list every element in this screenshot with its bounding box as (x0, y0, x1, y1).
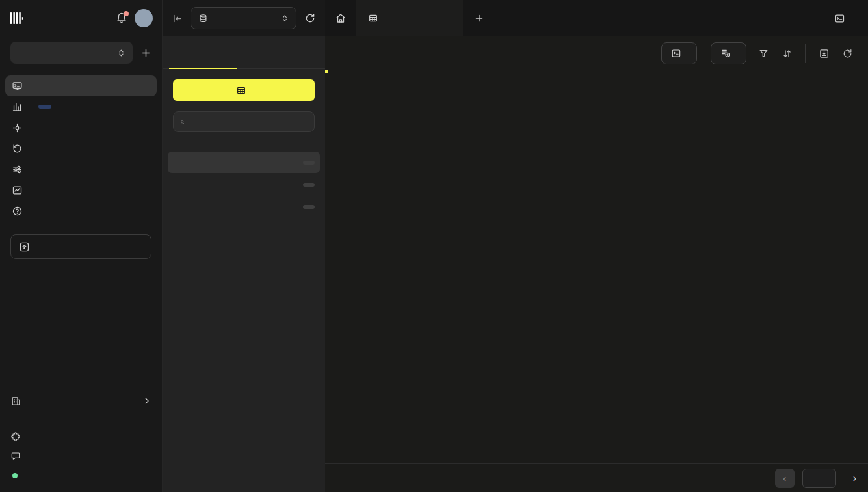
table-grid-icon (368, 13, 378, 23)
selection-region (325, 70, 326, 72)
building-icon (10, 396, 21, 407)
new-table-button[interactable] (173, 79, 315, 101)
refresh-tables-button[interactable] (304, 12, 316, 24)
table-list-item-stocks-stream[interactable] (168, 196, 320, 217)
table-grid-icon (236, 85, 246, 96)
spacer (495, 0, 834, 36)
sidebar-item-dashboards[interactable] (5, 96, 157, 117)
sidebar-item-sql-console[interactable] (5, 75, 157, 96)
active-cell-outline (325, 70, 328, 73)
table-type-badge (303, 205, 315, 209)
sidebar-item-chat-support[interactable] (0, 446, 162, 466)
home-icon (335, 12, 347, 24)
bar-chart-icon (12, 102, 23, 113)
table-type-badge (303, 161, 315, 165)
table-type-badge (303, 183, 315, 187)
download-icon (819, 48, 830, 59)
puzzle-icon (10, 431, 21, 442)
tab-tables[interactable] (163, 36, 244, 68)
main-area: ‹ › (325, 0, 868, 492)
divider (0, 420, 162, 420)
help-circle-icon (12, 206, 23, 217)
queries-button[interactable] (834, 13, 851, 24)
system-status[interactable] (0, 466, 162, 485)
search-input[interactable] (190, 116, 308, 127)
home-button[interactable] (325, 0, 356, 36)
terminal-icon (834, 13, 845, 24)
search-icon (180, 117, 185, 127)
terminal-icon (671, 48, 681, 59)
new-tab-button[interactable] (463, 0, 495, 36)
grid-toolbar (325, 36, 868, 70)
beta-badge (38, 105, 51, 109)
grid-footer: ‹ › (325, 463, 868, 492)
panel-tabs (163, 36, 325, 69)
tables-list (163, 152, 325, 218)
organization-label (0, 385, 162, 390)
app-window: ‹ › (0, 0, 868, 492)
resources-panel (163, 0, 325, 492)
chart-box-icon (12, 185, 23, 196)
insert-row-button[interactable] (711, 42, 746, 64)
clickhouse-logo-icon (10, 12, 23, 25)
plus-icon (474, 13, 484, 23)
spacer (0, 259, 162, 385)
sidebar-nav (0, 70, 162, 221)
sidebar-item-backups[interactable] (5, 138, 157, 159)
database-icon (198, 14, 208, 23)
chevron-right-icon (142, 396, 151, 405)
tab-cell-towers[interactable] (356, 0, 463, 36)
sidebar-header (0, 0, 162, 36)
refresh-icon (304, 12, 316, 24)
pagination: ‹ › (775, 469, 858, 488)
select-updown-icon (280, 14, 289, 23)
sidebar-item-integrations[interactable] (0, 427, 162, 446)
tab-queries[interactable] (244, 36, 325, 68)
insert-row-icon (720, 48, 731, 59)
workspace-selector[interactable] (10, 42, 133, 64)
divider (805, 44, 806, 63)
page-number-input[interactable] (802, 469, 836, 488)
signal-box-icon (19, 241, 30, 253)
filter-funnel-icon (758, 48, 769, 59)
create-query-button[interactable] (661, 42, 697, 64)
previous-page-button[interactable]: ‹ (775, 469, 795, 488)
connect-button[interactable] (10, 234, 151, 259)
sidebar-item-monitoring[interactable] (5, 180, 157, 200)
chat-bubble-icon (10, 451, 21, 461)
collapse-panel-button[interactable] (172, 13, 183, 24)
sort-arrows-icon (782, 48, 793, 59)
filter-button[interactable] (752, 42, 775, 64)
data-grid (325, 70, 868, 463)
sliders-icon (12, 164, 23, 175)
collapse-left-icon (172, 13, 183, 24)
restore-icon (12, 143, 23, 154)
sidebar (0, 0, 163, 492)
refresh-icon (842, 48, 853, 59)
sidebar-item-help[interactable] (5, 200, 157, 221)
main-tabbar (325, 0, 868, 36)
download-button[interactable] (812, 42, 835, 64)
status-dot-icon (12, 473, 18, 478)
table-list-item-cell-towers[interactable] (168, 152, 320, 173)
table-list-item-hackernews[interactable] (168, 174, 320, 195)
sort-button[interactable] (775, 42, 798, 64)
notifications-button[interactable] (114, 11, 129, 25)
sidebar-item-data-sources[interactable] (5, 117, 157, 138)
notification-dot (124, 11, 129, 16)
search-resources (173, 111, 315, 132)
refresh-grid-button[interactable] (835, 42, 859, 64)
database-selector[interactable] (191, 7, 296, 29)
divider (704, 44, 704, 63)
node-icon (12, 122, 23, 133)
sidebar-item-meetups[interactable] (0, 390, 162, 412)
panel-header (163, 0, 325, 36)
next-page-button[interactable]: › (852, 472, 858, 484)
console-icon (12, 81, 23, 92)
workspace-row (0, 36, 162, 70)
add-service-button[interactable] (140, 48, 151, 59)
avatar[interactable] (135, 9, 153, 27)
select-updown-icon (116, 48, 126, 58)
sidebar-item-settings[interactable] (5, 159, 157, 180)
